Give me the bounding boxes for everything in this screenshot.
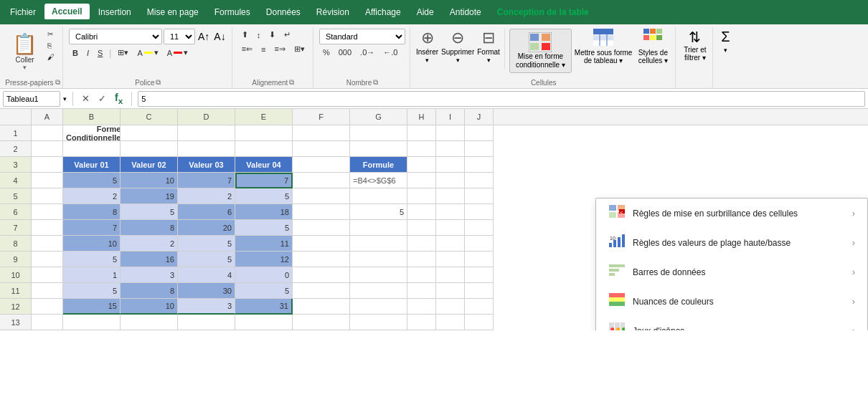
cell-J9[interactable] (465, 252, 494, 267)
cell-A8[interactable] (32, 236, 63, 252)
cell-G4[interactable]: =B4<>$G$6 (350, 173, 407, 188)
cell-I13[interactable] (436, 315, 465, 330)
col-header-E[interactable]: E (235, 109, 293, 125)
cell-I1[interactable] (436, 125, 465, 141)
row-header-3[interactable]: 3 (0, 157, 32, 173)
insert-cells-arrow[interactable]: ▾ (425, 57, 429, 64)
font-color-button[interactable]: A ▾ (164, 47, 192, 59)
align-left-button[interactable]: ≡⇐ (238, 43, 256, 55)
cell-E12[interactable]: 31 (235, 299, 293, 315)
number-expand-icon[interactable]: ⧉ (373, 78, 378, 87)
cell-D5[interactable]: 2 (178, 188, 235, 204)
cell-I5[interactable] (436, 188, 465, 204)
row-header-6[interactable]: 6 (0, 204, 32, 220)
cell-G9[interactable] (350, 252, 407, 267)
delete-cells-arrow[interactable]: ▾ (456, 57, 460, 64)
formula-input[interactable] (138, 91, 865, 107)
name-box[interactable] (3, 91, 60, 107)
row-header-13[interactable]: 13 (0, 315, 32, 330)
row-header-4[interactable]: 4 (0, 173, 32, 188)
cell-H5[interactable] (407, 188, 436, 204)
cell-E2[interactable] (235, 141, 293, 157)
text-wrap-button[interactable]: ↵ (280, 29, 294, 41)
cell-J12[interactable] (465, 299, 494, 315)
cell-F12[interactable] (293, 299, 350, 315)
cell-E7[interactable]: 5 (235, 220, 293, 236)
menu-mise-en-page[interactable]: Mise en page (140, 4, 206, 20)
cell-B3[interactable]: Valeur 01 (63, 157, 121, 173)
merge-button[interactable]: ⊞▾ (291, 43, 308, 55)
cell-G2[interactable] (350, 141, 407, 157)
cell-F11[interactable] (293, 283, 350, 299)
cell-H12[interactable] (407, 299, 436, 315)
cell-I6[interactable] (436, 204, 465, 220)
name-box-arrow[interactable]: ▾ (63, 95, 67, 102)
cell-I4[interactable] (436, 173, 465, 188)
cell-A5[interactable] (32, 188, 63, 204)
cell-F13[interactable] (293, 315, 350, 330)
cell-H13[interactable] (407, 315, 436, 330)
cell-E13[interactable] (235, 315, 293, 330)
cell-B13[interactable] (63, 315, 121, 330)
menu-antidote[interactable]: Antidote (443, 4, 489, 20)
cell-A4[interactable] (32, 173, 63, 188)
icon-sets-item[interactable]: ● ● ● Jeux d'icônes › (596, 316, 867, 330)
cell-I9[interactable] (436, 252, 465, 267)
cell-C10[interactable]: 3 (121, 267, 178, 283)
decrease-decimal-button[interactable]: ←.0 (379, 47, 401, 58)
cell-A6[interactable] (32, 204, 63, 220)
underline-button[interactable]: S (94, 47, 106, 59)
fill-color-button[interactable]: A ▾ (133, 47, 161, 59)
cell-C2[interactable] (121, 141, 178, 157)
cell-C4[interactable]: 10 (121, 173, 178, 188)
cell-A10[interactable] (32, 267, 63, 283)
cell-F2[interactable] (293, 141, 350, 157)
cell-D4[interactable]: 7 (178, 173, 235, 188)
confirm-formula-button[interactable]: ✓ (95, 92, 109, 105)
cell-D3[interactable]: Valeur 03 (178, 157, 235, 173)
row-header-7[interactable]: 7 (0, 220, 32, 236)
cell-I12[interactable] (436, 299, 465, 315)
cell-G1[interactable] (350, 125, 407, 141)
sum-dropdown[interactable]: ▾ (724, 47, 727, 54)
cell-H2[interactable] (407, 141, 436, 157)
paste-button[interactable]: 📋 Coller ▾ (7, 29, 42, 75)
menu-affichage[interactable]: Affichage (358, 4, 408, 20)
cell-A12[interactable] (32, 299, 63, 315)
cell-H6[interactable] (407, 204, 436, 220)
increase-font-button[interactable]: A↑ (197, 29, 211, 44)
cell-A11[interactable] (32, 283, 63, 299)
data-bars-item[interactable]: Barres de données › (596, 257, 867, 287)
cell-F7[interactable] (293, 220, 350, 236)
cell-G6[interactable]: 5 (350, 204, 407, 220)
cell-F9[interactable] (293, 252, 350, 267)
cell-I7[interactable] (436, 220, 465, 236)
cell-F6[interactable] (293, 204, 350, 220)
highlight-rules-item[interactable]: < Règles de mise en surbrillance des cel… (596, 198, 867, 228)
cancel-formula-button[interactable]: ✕ (79, 92, 93, 105)
align-bottom-button[interactable]: ⬇ (265, 29, 279, 41)
cell-B5[interactable]: 2 (63, 188, 121, 204)
alignment-expand-icon[interactable]: ⧉ (289, 78, 294, 87)
color-scales-item[interactable]: Nuances de couleurs › (596, 287, 867, 316)
percent-button[interactable]: % (319, 47, 334, 58)
col-header-D[interactable]: D (178, 109, 235, 125)
align-middle-button[interactable]: ↕ (253, 29, 265, 41)
cell-F8[interactable] (293, 236, 350, 252)
cell-E9[interactable]: 12 (235, 252, 293, 267)
comma-button[interactable]: 000 (335, 47, 355, 58)
cell-H3[interactable] (407, 157, 436, 173)
cell-J1[interactable] (465, 125, 494, 141)
cell-H11[interactable] (407, 283, 436, 299)
cell-I10[interactable] (436, 267, 465, 283)
cell-D12[interactable]: 3 (178, 299, 235, 315)
col-header-J[interactable]: J (465, 109, 494, 125)
format-painter-button[interactable]: 🖌 (44, 52, 58, 62)
cell-A13[interactable] (32, 315, 63, 330)
cell-A1[interactable] (32, 125, 63, 141)
cell-F4[interactable] (293, 173, 350, 188)
col-header-F[interactable]: F (293, 109, 350, 125)
cell-C6[interactable]: 5 (121, 204, 178, 220)
cell-D6[interactable]: 6 (178, 204, 235, 220)
cell-D13[interactable] (178, 315, 235, 330)
